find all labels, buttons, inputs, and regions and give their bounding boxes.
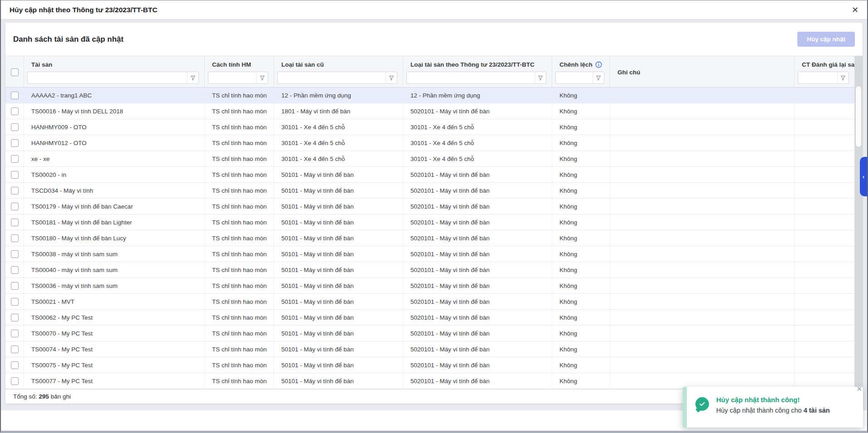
filter-funnel-button[interactable] bbox=[386, 72, 397, 83]
filter-input-new-type[interactable] bbox=[407, 72, 535, 83]
column-header-old-type[interactable]: Loại tài sản cũ bbox=[274, 56, 403, 70]
cell-new-type: 5020101 - Máy vi tính để bàn bbox=[403, 341, 552, 357]
filter-input-asset[interactable] bbox=[28, 72, 187, 83]
column-difference: Chênh lệch bbox=[552, 56, 610, 88]
funnel-icon bbox=[259, 75, 265, 81]
row-checkbox[interactable] bbox=[11, 298, 19, 306]
column-asset: Tài sản bbox=[24, 56, 205, 88]
table-header: Tài sản Cách tính bbox=[5, 56, 854, 88]
row-checkbox[interactable] bbox=[11, 155, 19, 163]
filter-funnel-button[interactable] bbox=[187, 72, 198, 83]
cell-difference: Không bbox=[552, 246, 610, 262]
table-row[interactable]: TS00040 - máy vi tính sam sum TS chỉ tín… bbox=[5, 262, 854, 278]
row-checkbox[interactable] bbox=[11, 377, 19, 385]
row-checkbox[interactable] bbox=[11, 123, 19, 131]
cell-revaluation bbox=[795, 357, 854, 373]
row-checkbox-cell bbox=[5, 183, 24, 198]
table-row[interactable]: TS00179 - Máy vi tính để bàn Caecar TS c… bbox=[5, 199, 854, 214]
column-header-new-type[interactable]: Loại tài sản theo Thông tư 23/2023/TT-BT… bbox=[403, 56, 552, 70]
filter-input-method[interactable] bbox=[208, 72, 256, 83]
table-row[interactable]: AAAAA2 - trang1 ABC TS chỉ tính hao mòn … bbox=[5, 88, 854, 103]
row-checkbox[interactable] bbox=[11, 345, 19, 353]
cell-new-type: 30101 - Xe 4 đến 5 chỗ bbox=[403, 119, 552, 135]
table-row[interactable]: TSCD034 - Máy vi tính TS chỉ tính hao mò… bbox=[5, 183, 854, 199]
filter-input-old-type[interactable] bbox=[278, 72, 386, 83]
cancel-update-button[interactable]: Hủy cập nhật bbox=[797, 32, 855, 47]
filter-funnel-button[interactable] bbox=[256, 72, 268, 83]
cell-new-type: 5020101 - Máy vi tính để bàn bbox=[403, 310, 552, 325]
table-area: Tài sản Cách tính bbox=[5, 56, 863, 389]
row-checkbox[interactable] bbox=[11, 203, 19, 210]
row-checkbox[interactable] bbox=[11, 250, 19, 258]
table-row[interactable]: TS00062 - My PC Test TS chỉ tính hao mòn… bbox=[5, 310, 854, 326]
cell-asset: TS00179 - Máy vi tính để bàn Caecar bbox=[24, 199, 205, 214]
cell-method: TS chỉ tính hao mòn bbox=[205, 278, 274, 293]
cell-note bbox=[610, 135, 795, 151]
page-title: Danh sách tài sản đã cập nhật bbox=[13, 35, 124, 44]
column-header-difference[interactable]: Chênh lệch bbox=[559, 61, 593, 68]
row-checkbox[interactable] bbox=[11, 187, 19, 195]
filter-funnel-button[interactable] bbox=[837, 72, 849, 83]
row-checkbox[interactable] bbox=[11, 92, 19, 99]
table-row[interactable]: TS00070 - My PC Test TS chỉ tính hao mòn… bbox=[5, 326, 854, 341]
row-checkbox[interactable] bbox=[11, 171, 19, 179]
cell-old-type: 50101 - Máy vi tính để bàn bbox=[274, 262, 403, 277]
table-row[interactable]: xe - xe TS chỉ tính hao mòn 30101 - Xe 4… bbox=[5, 151, 854, 167]
cell-difference: Không bbox=[552, 230, 610, 246]
cell-asset: TS00074 - My PC Test bbox=[24, 341, 205, 357]
cell-note bbox=[610, 373, 795, 389]
row-checkbox-cell bbox=[5, 214, 24, 230]
cell-old-type: 50101 - Máy vi tính để bàn bbox=[274, 167, 403, 182]
row-checkbox[interactable] bbox=[11, 282, 19, 290]
cell-revaluation bbox=[795, 119, 854, 135]
cell-new-type: 5020101 - Máy vi tính để bàn bbox=[403, 278, 552, 293]
dialog-content: Danh sách tài sản đã cập nhật Hủy cập nh… bbox=[1, 19, 867, 410]
column-header-asset[interactable]: Tài sản bbox=[24, 56, 204, 70]
row-checkbox[interactable] bbox=[11, 234, 19, 242]
toast-close-icon[interactable]: ✕ bbox=[856, 387, 862, 393]
scrollbar-thumb[interactable] bbox=[855, 86, 862, 147]
filter-input-difference[interactable] bbox=[556, 72, 593, 83]
cell-new-type: 5020101 - Máy vi tính để bàn bbox=[403, 294, 552, 309]
funnel-icon bbox=[840, 75, 846, 81]
table-row[interactable]: TS00021 - MVT TS chỉ tính hao mòn 50101 … bbox=[5, 294, 854, 310]
row-checkbox[interactable] bbox=[11, 219, 19, 226]
cell-new-type: 5020101 - Máy vi tính để bàn bbox=[403, 103, 552, 119]
cell-difference: Không bbox=[552, 88, 610, 103]
column-header-note[interactable]: Ghi chú bbox=[610, 56, 794, 88]
table-row[interactable]: TS00016 - Máy vi tính DELL 2018 TS chỉ t… bbox=[5, 103, 854, 119]
table-row[interactable]: HANHMY012 - OTO TS chỉ tính hao mòn 3010… bbox=[5, 135, 854, 151]
cell-revaluation bbox=[795, 262, 854, 277]
filter-group-revaluation bbox=[798, 72, 849, 84]
row-checkbox-cell bbox=[5, 151, 24, 166]
row-checkbox[interactable] bbox=[11, 361, 19, 369]
dialog-title: Hủy cập nhật theo Thông tư 23/2023/TT-BT… bbox=[10, 6, 157, 14]
row-checkbox-cell bbox=[5, 230, 24, 246]
table-row[interactable]: TS00181 - Máy vi tính để bàn Lighter TS … bbox=[5, 214, 854, 230]
table-row[interactable]: HANHMY009 - OTO TS chỉ tính hao mòn 3010… bbox=[5, 119, 854, 135]
table-row[interactable]: TS00075 - My PC Test TS chỉ tính hao mòn… bbox=[5, 357, 854, 373]
table-row[interactable]: TS00180 - Máy vi tính để bàn Lucy TS chỉ… bbox=[5, 230, 854, 246]
side-panel-toggle[interactable]: ‹ bbox=[860, 157, 867, 196]
table-row[interactable]: TS00074 - My PC Test TS chỉ tính hao mòn… bbox=[5, 341, 854, 357]
cell-asset: TS00075 - My PC Test bbox=[24, 357, 205, 373]
table-row[interactable]: TS00038 - máy vi tính sam sum TS chỉ tín… bbox=[5, 246, 854, 262]
select-all-checkbox[interactable] bbox=[11, 68, 19, 76]
table-row[interactable]: TS00036 - máy vi tính sam sum TS chỉ tín… bbox=[5, 278, 854, 294]
row-checkbox[interactable] bbox=[11, 314, 19, 321]
filter-funnel-button[interactable] bbox=[593, 72, 604, 83]
cell-revaluation bbox=[795, 246, 854, 262]
column-header-revaluation[interactable]: CT Đánh giá lại sau cậ... bbox=[795, 56, 854, 70]
cell-revaluation bbox=[795, 214, 854, 230]
row-checkbox[interactable] bbox=[11, 139, 19, 147]
info-icon[interactable] bbox=[595, 61, 602, 68]
table-row[interactable]: TS00020 - in TS chỉ tính hao mòn 50101 -… bbox=[5, 167, 854, 183]
filter-input-revaluation[interactable] bbox=[798, 72, 837, 83]
close-icon[interactable]: ✕ bbox=[852, 6, 858, 14]
column-header-method[interactable]: Cách tính HM bbox=[205, 56, 274, 70]
row-checkbox[interactable] bbox=[11, 330, 19, 337]
vertical-scrollbar[interactable] bbox=[854, 56, 863, 389]
row-checkbox[interactable] bbox=[11, 266, 19, 274]
filter-funnel-button[interactable] bbox=[535, 72, 546, 83]
row-checkbox[interactable] bbox=[11, 107, 19, 115]
